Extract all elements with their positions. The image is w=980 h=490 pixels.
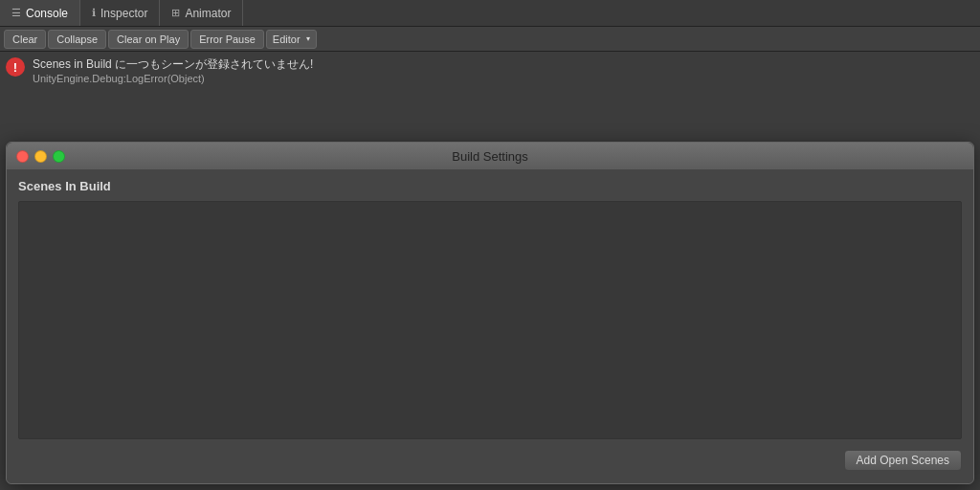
console-toolbar: Clear Collapse Clear on Play Error Pause… [0, 27, 980, 52]
tab-inspector[interactable]: ℹ Inspector [80, 0, 160, 26]
tab-console[interactable]: ☰ Console [0, 0, 80, 26]
window-footer: Add Open Scenes [18, 447, 962, 474]
window-titlebar: Build Settings [7, 143, 973, 169]
animator-icon: ⊞ [171, 7, 180, 19]
scenes-in-build-label: Scenes In Build [18, 179, 962, 193]
tab-bar: ☰ Console ℹ Inspector ⊞ Animator [0, 0, 980, 27]
log-line-1: Scenes in Build に一つもシーンが登録されていません! [33, 56, 313, 73]
clear-on-play-button[interactable]: Clear on Play [108, 30, 189, 49]
console-icon: ☰ [11, 7, 21, 19]
window-body: Scenes In Build Add Open Scenes [7, 169, 973, 483]
build-settings-window: Build Settings Scenes In Build Add Open … [6, 142, 974, 484]
error-pause-button[interactable]: Error Pause [190, 30, 264, 49]
editor-dropdown-label: Editor [273, 33, 301, 45]
window-close-button[interactable] [16, 150, 29, 163]
console-panel: ☰ Console ℹ Inspector ⊞ Animator Clear C… [0, 0, 980, 124]
log-message: Scenes in Build に一つもシーンが登録されていません! Unity… [33, 56, 313, 84]
clear-button[interactable]: Clear [4, 30, 46, 49]
window-controls [16, 150, 65, 163]
log-line-2: UnityEngine.Debug:LogError(Object) [33, 73, 313, 84]
window-title: Build Settings [452, 149, 528, 164]
scenes-list-area [18, 201, 962, 439]
error-icon: ! [6, 57, 25, 77]
collapse-button[interactable]: Collapse [48, 30, 106, 49]
animator-tab-label: Animator [185, 7, 231, 20]
window-minimize-button[interactable] [34, 150, 47, 163]
inspector-tab-label: Inspector [100, 7, 147, 20]
window-maximize-button[interactable] [53, 150, 65, 163]
editor-dropdown-chevron-icon: ▾ [306, 34, 310, 43]
inspector-icon: ℹ [92, 7, 96, 19]
editor-dropdown[interactable]: Editor ▾ [266, 30, 317, 49]
console-log-entry[interactable]: ! Scenes in Build に一つもシーンが登録されていません! Uni… [0, 52, 980, 124]
console-tab-label: Console [26, 7, 68, 20]
add-open-scenes-button[interactable]: Add Open Scenes [844, 450, 962, 471]
tab-animator[interactable]: ⊞ Animator [160, 0, 243, 26]
